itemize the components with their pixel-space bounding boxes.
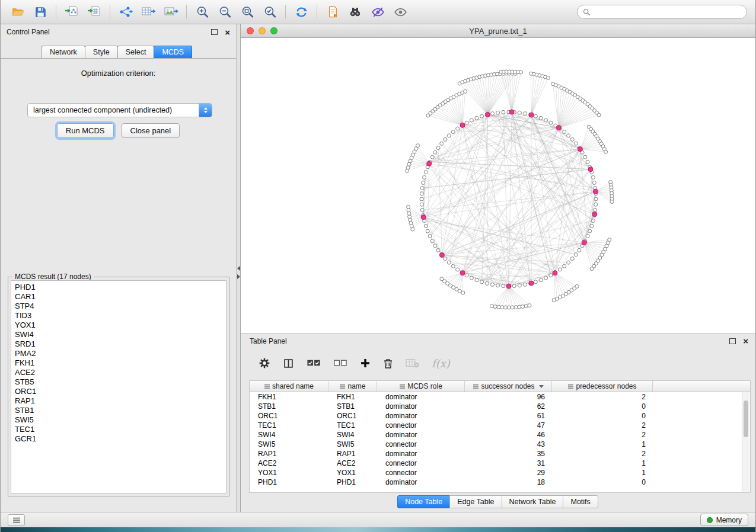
tab-style[interactable]: Style (85, 46, 118, 58)
table-row[interactable]: STB1STB1dominator620 (250, 402, 750, 411)
first-neighbors-button[interactable] (344, 2, 366, 21)
search-box[interactable] (577, 5, 747, 19)
import-network-from-file-button[interactable] (60, 2, 83, 21)
delete-row-button[interactable] (383, 358, 393, 369)
tab-edge-table[interactable]: Edge Table (449, 495, 502, 508)
memory-button[interactable]: Memory (700, 514, 748, 526)
table-scrollbar[interactable] (742, 392, 749, 492)
status-menu-button[interactable] (8, 514, 25, 526)
column-header-MCDS-role[interactable]: MCDS role (377, 381, 465, 392)
optimization-criterion-label: Optimization criterion: (1, 69, 236, 78)
result-node-item[interactable]: TID3 (15, 311, 226, 321)
save-session-button[interactable] (29, 2, 52, 21)
search-input[interactable] (594, 7, 741, 17)
result-node-item[interactable]: ACE2 (15, 368, 226, 377)
export-table-button[interactable] (137, 2, 160, 21)
float-table-panel-icon[interactable] (729, 338, 736, 344)
result-node-item[interactable]: SWI5 (15, 415, 226, 425)
export-image-button[interactable] (160, 2, 182, 21)
node-table: shared namenameMCDS rolesuccessor nodesp… (249, 380, 751, 493)
table-row[interactable]: SWI5SWI5connector431 (250, 440, 750, 449)
column-header-shared-name[interactable]: shared name (250, 381, 328, 392)
result-node-item[interactable]: STB1 (15, 406, 226, 415)
close-panel-icon[interactable]: × (225, 28, 230, 37)
toolbar-separator (56, 5, 56, 19)
table-cell: SWI4 (328, 431, 377, 439)
network-window-titlebar[interactable]: YPA_prune.txt_1 (241, 24, 755, 38)
refresh-view-button[interactable] (290, 2, 312, 21)
zoom-out-button[interactable] (213, 2, 236, 21)
table-row[interactable]: TEC1TEC1connector472 (250, 421, 750, 430)
add-row-button[interactable] (360, 358, 371, 368)
table-scrollbar-thumb[interactable] (744, 400, 748, 437)
column-header-name[interactable]: name (328, 381, 377, 392)
tab-network-table[interactable]: Network Table (502, 495, 564, 508)
result-node-item[interactable]: PMA2 (15, 349, 226, 358)
tab-motifs[interactable]: Motifs (563, 495, 598, 508)
export-network-button[interactable] (114, 2, 137, 21)
tab-mcds[interactable]: MCDS (154, 46, 192, 58)
mcds-result-list[interactable]: PHD1CAR1STP4TID3YOX1SWI4SRD1PMA2FKH1ACE2… (11, 280, 227, 493)
toolbar-separator (317, 5, 317, 19)
table-cell: dominator (377, 402, 465, 411)
function-builder-button[interactable]: f(x) (432, 357, 450, 370)
table-row[interactable]: YOX1YOX1connector291 (250, 468, 750, 477)
show-all-button[interactable] (389, 2, 412, 21)
table-cell: connector (377, 459, 465, 467)
result-node-item[interactable]: PHD1 (15, 283, 226, 292)
table-row[interactable]: ORC1ORC1dominator610 (250, 411, 750, 421)
table-row[interactable]: PHD1PHD1dominator180 (250, 477, 750, 487)
paste-document-button[interactable] (321, 2, 344, 21)
collapse-left-icon[interactable] (237, 266, 240, 271)
result-node-item[interactable]: FKH1 (15, 358, 226, 368)
criterion-dropdown[interactable]: largest connected component (undirected) (27, 103, 212, 117)
column-header-predecessor-nodes[interactable]: predecessor nodes (552, 381, 653, 392)
tab-select[interactable]: Select (117, 46, 155, 58)
tab-node-table[interactable]: Node Table (397, 495, 450, 508)
result-node-item[interactable]: RAP1 (15, 396, 226, 406)
zoom-in-button[interactable] (191, 2, 213, 21)
result-node-item[interactable]: SWI4 (15, 330, 226, 339)
network-window-title: YPA_prune.txt_1 (241, 27, 755, 36)
settings-button[interactable] (259, 357, 270, 369)
delete-table-button[interactable] (406, 358, 419, 368)
table-cell: 46 (465, 431, 552, 439)
toolbar-separator (110, 5, 110, 19)
show-columns-button[interactable] (283, 358, 294, 369)
result-node-item[interactable]: CAR1 (15, 292, 226, 302)
zoom-fit-button[interactable] (236, 2, 259, 21)
table-row[interactable]: SWI4SWI4dominator462 (250, 430, 750, 440)
table-row[interactable]: ACE2ACE2connector311 (250, 459, 750, 468)
table-row[interactable]: RAP1RAP1dominator352 (250, 449, 750, 459)
criterion-dropdown-value: largest connected component (undirected) (28, 106, 199, 114)
collapse-right-icon[interactable] (237, 274, 240, 279)
result-node-item[interactable]: YOX1 (15, 321, 226, 330)
column-header-successor-nodes[interactable]: successor nodes (465, 381, 552, 392)
sort-caret-icon (539, 385, 544, 388)
deselect-all-button[interactable] (333, 358, 347, 368)
network-graph[interactable] (241, 38, 755, 334)
result-node-item[interactable]: STB5 (15, 377, 226, 387)
table-cell: dominator (377, 412, 465, 420)
zoom-selected-button[interactable] (259, 2, 281, 21)
table-row[interactable]: FKH1FKH1dominator962 (250, 392, 750, 402)
table-header-row: shared namenameMCDS rolesuccessor nodesp… (250, 381, 750, 392)
tab-network[interactable]: Network (42, 46, 85, 58)
open-file-button[interactable] (7, 2, 29, 21)
search-icon (583, 8, 591, 16)
result-node-item[interactable]: STP4 (15, 302, 226, 311)
result-node-item[interactable]: ORC1 (15, 387, 226, 396)
import-table-from-file-button[interactable] (83, 2, 106, 21)
run-mcds-button[interactable]: Run MCDS (57, 123, 114, 138)
network-canvas[interactable] (241, 38, 755, 334)
result-node-item[interactable]: SRD1 (15, 339, 226, 349)
result-node-item[interactable]: TEC1 (15, 425, 226, 434)
result-node-item[interactable]: GCR1 (15, 434, 226, 444)
table-cell: connector (377, 469, 465, 477)
float-panel-icon[interactable] (211, 29, 218, 35)
close-panel-button[interactable]: Close panel (122, 123, 180, 138)
vertical-splitter[interactable] (236, 24, 241, 512)
close-table-panel-icon[interactable]: × (743, 336, 748, 345)
hide-selected-button[interactable] (366, 2, 389, 21)
select-all-button[interactable] (307, 358, 321, 368)
